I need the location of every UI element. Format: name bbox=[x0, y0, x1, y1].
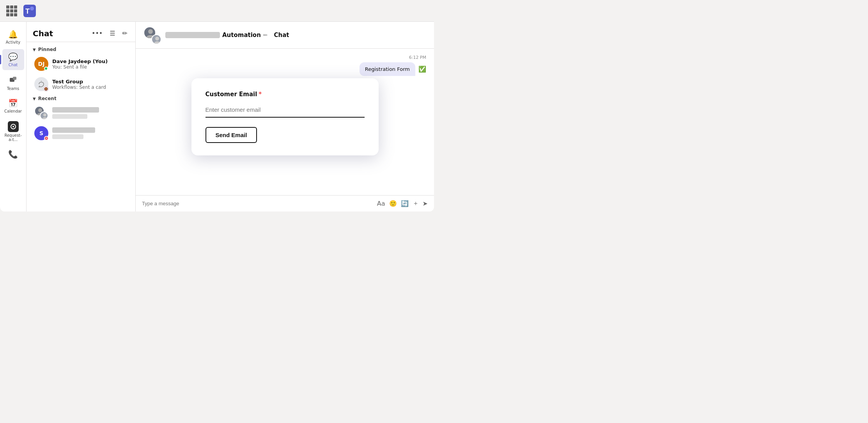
sidebar-item-label: Request-a-t... bbox=[4, 133, 21, 142]
chat-item-dave[interactable]: DJ Dave Jaydeep (You) You: Sent a file bbox=[28, 54, 134, 74]
muted-icon: 🔕 bbox=[43, 86, 49, 92]
sidebar-item-label: Teams bbox=[7, 86, 19, 91]
svg-text:T: T bbox=[25, 7, 30, 15]
chat-item-blurred1[interactable] bbox=[28, 103, 134, 123]
avatar-tg: 🔕 bbox=[34, 77, 48, 91]
teams-icon bbox=[9, 75, 18, 85]
sidebar: 🔔 Activity 💬 Chat Teams 📅 Calendar bbox=[0, 22, 27, 212]
sidebar-item-calls[interactable]: 📞 bbox=[2, 146, 24, 162]
chevron-down-icon: ▼ bbox=[33, 48, 36, 52]
svg-point-12 bbox=[42, 117, 48, 120]
calendar-icon: 📅 bbox=[8, 99, 18, 108]
main-layout: 🔔 Activity 💬 Chat Teams 📅 Calendar bbox=[0, 22, 434, 212]
chevron-down-icon: ▼ bbox=[33, 97, 36, 101]
chat-preview-blurred bbox=[52, 114, 87, 119]
pinned-label: Pinned bbox=[38, 47, 57, 52]
chat-name-blurred bbox=[52, 107, 99, 113]
avatar-s: S ✕ bbox=[34, 126, 48, 140]
remove-dot: ✕ bbox=[44, 136, 49, 141]
svg-point-11 bbox=[43, 113, 46, 116]
recent-label: Recent bbox=[38, 96, 57, 101]
divider bbox=[27, 42, 135, 42]
field-label: Customer Email * bbox=[205, 91, 365, 98]
recent-section-header[interactable]: ▼ Recent bbox=[27, 94, 135, 103]
request-icon bbox=[8, 121, 19, 132]
chat-name: Test Group bbox=[52, 79, 128, 85]
main-area: Automation ✏ Chat 6:12 PM Registration F… bbox=[136, 22, 434, 212]
chat-info-dave: Dave Jaydeep (You) You: Sent a file bbox=[52, 58, 128, 70]
sidebar-item-calendar[interactable]: 📅 Calendar bbox=[2, 95, 24, 116]
modal-card: Customer Email * Send Email bbox=[191, 78, 379, 155]
chat-panel-header: Chat ••• ☰ ✏ bbox=[27, 22, 135, 42]
field-label-text: Customer Email bbox=[205, 91, 257, 98]
pinned-section-header[interactable]: ▼ Pinned bbox=[27, 45, 135, 54]
sidebar-item-teams[interactable]: Teams bbox=[2, 72, 24, 94]
chat-preview: Workflows: Sent a card bbox=[52, 85, 128, 90]
avatar-dj: DJ bbox=[34, 57, 48, 71]
chat-info-testgroup: Test Group Workflows: Sent a card bbox=[52, 79, 128, 90]
chat-name: Dave Jaydeep (You) bbox=[52, 58, 128, 64]
sidebar-item-label: Calendar bbox=[4, 109, 22, 113]
chat-name-blurred bbox=[52, 127, 95, 133]
chat-panel-actions: ••• ☰ ✏ bbox=[90, 28, 129, 39]
chat-info-blurred2 bbox=[52, 127, 128, 139]
sidebar-item-activity[interactable]: 🔔 Activity bbox=[2, 26, 24, 48]
phone-icon: 📞 bbox=[8, 150, 18, 159]
waffle-icon[interactable] bbox=[6, 5, 17, 16]
send-email-button[interactable]: Send Email bbox=[205, 127, 257, 143]
top-bar: T bbox=[0, 0, 434, 22]
chat-item-testgroup[interactable]: 🔕 Test Group Workflows: Sent a card bbox=[28, 74, 134, 94]
required-star: * bbox=[259, 91, 262, 98]
sidebar-item-label: Activity bbox=[6, 40, 20, 44]
filter-icon[interactable]: ☰ bbox=[108, 28, 117, 39]
chat-panel: Chat ••• ☰ ✏ ▼ Pinned DJ Dave Jaydeep (Y… bbox=[27, 22, 136, 212]
chat-info-blurred1 bbox=[52, 107, 128, 119]
teams-logo-icon: T bbox=[23, 5, 36, 17]
sidebar-item-chat[interactable]: 💬 Chat bbox=[2, 49, 24, 70]
customer-email-input[interactable] bbox=[205, 102, 365, 118]
chat-item-blurred2[interactable]: S ✕ bbox=[28, 123, 134, 143]
chat-preview: You: Sent a file bbox=[52, 64, 128, 70]
compose-icon[interactable]: ✏ bbox=[121, 28, 129, 39]
svg-rect-4 bbox=[13, 77, 16, 80]
activity-icon: 🔔 bbox=[8, 30, 18, 39]
sidebar-item-label: Chat bbox=[9, 63, 18, 67]
more-options-icon[interactable]: ••• bbox=[90, 28, 104, 39]
chat-panel-title: Chat bbox=[33, 29, 53, 38]
svg-point-2 bbox=[30, 7, 34, 11]
avatar-group bbox=[34, 106, 48, 120]
chat-preview-blurred bbox=[52, 134, 83, 139]
status-online-dot bbox=[44, 67, 48, 70]
modal-overlay: Customer Email * Send Email bbox=[136, 22, 434, 212]
svg-point-6 bbox=[12, 126, 14, 127]
sidebar-item-request[interactable]: Request-a-t... bbox=[2, 118, 24, 145]
chat-icon: 💬 bbox=[8, 52, 18, 62]
